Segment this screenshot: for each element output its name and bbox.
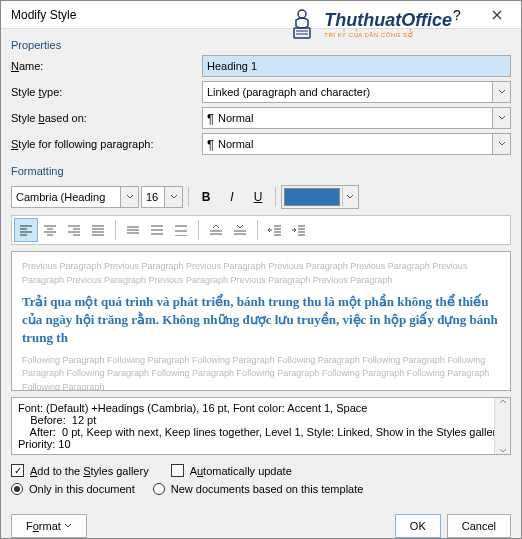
separator: [115, 220, 116, 240]
name-input[interactable]: Heading 1: [202, 55, 511, 77]
ghost-before: Previous Paragraph Previous Paragraph Pr…: [22, 260, 500, 287]
chevron-down-icon: [492, 108, 510, 128]
cancel-button[interactable]: Cancel: [447, 514, 511, 538]
scrollbar[interactable]: [494, 398, 510, 454]
svg-point-0: [298, 10, 306, 18]
preview-pane: Previous Paragraph Previous Paragraph Pr…: [11, 251, 511, 391]
separator: [257, 220, 258, 240]
add-gallery-label: Add to the Styles gallery: [30, 465, 149, 477]
following-label: Style for following paragraph:: [11, 138, 196, 150]
modify-style-dialog: ThuthuatOffice TRI KỶ CỦA DÂN CÔNG SỞ Mo…: [0, 0, 522, 539]
align-left-button[interactable]: [14, 218, 38, 242]
ghost-after: Following Paragraph Following Paragraph …: [22, 354, 500, 391]
following-combo[interactable]: ¶Normal: [202, 133, 511, 155]
chevron-down-icon: [492, 82, 510, 102]
name-label: Name:: [11, 60, 196, 72]
add-gallery-checkbox[interactable]: ✓: [11, 464, 24, 477]
auto-update-label: Automatically update: [190, 465, 292, 477]
chevron-up-icon: [499, 398, 507, 404]
close-icon: [492, 10, 502, 20]
font-size-combo[interactable]: 16: [141, 186, 183, 208]
logo-icon: [284, 6, 320, 42]
space-before-inc-button[interactable]: [204, 218, 228, 242]
line-spacing-icon: [174, 224, 188, 236]
logo-brand: ThuthuatOffice: [324, 10, 452, 31]
ok-button[interactable]: OK: [395, 514, 441, 538]
align-right-icon: [67, 224, 81, 236]
only-doc-label: Only in this document: [29, 483, 135, 495]
indent-dec-button[interactable]: [263, 218, 287, 242]
only-doc-radio[interactable]: [11, 483, 23, 495]
align-justify-button[interactable]: [86, 218, 110, 242]
format-button[interactable]: Format: [11, 514, 87, 538]
separator: [188, 187, 189, 207]
based-on-combo[interactable]: ¶Normal: [202, 107, 511, 129]
chevron-down-icon: [342, 187, 356, 207]
align-left-icon: [19, 224, 33, 236]
pilcrow-icon: ¶: [207, 137, 214, 152]
pilcrow-icon: ¶: [207, 111, 214, 126]
svg-rect-1: [294, 28, 310, 38]
desc-line: Font: (Default) +Headings (Cambria), 16 …: [18, 402, 504, 414]
indent-inc-button[interactable]: [287, 218, 311, 242]
sample-text: Trải qua một quá trình và phát triển, bá…: [22, 293, 500, 348]
font-color-picker[interactable]: [281, 185, 359, 209]
logo-tagline: TRI KỶ CỦA DÂN CÔNG SỞ: [324, 31, 452, 38]
spacing-1.5-button[interactable]: [145, 218, 169, 242]
chevron-down-icon: [499, 448, 507, 454]
para-space-icon: [209, 224, 223, 236]
align-center-icon: [43, 224, 57, 236]
underline-button[interactable]: U: [246, 185, 270, 209]
separator: [275, 187, 276, 207]
space-before-dec-button[interactable]: [228, 218, 252, 242]
font-family-combo[interactable]: Cambria (Heading: [11, 186, 139, 208]
spacing-single-button[interactable]: [121, 218, 145, 242]
color-swatch: [284, 188, 340, 206]
close-button[interactable]: [477, 1, 517, 29]
chevron-down-icon: [64, 523, 72, 529]
align-justify-icon: [91, 224, 105, 236]
outdent-icon: [268, 224, 282, 236]
italic-button[interactable]: I: [220, 185, 244, 209]
formatting-heading: Formatting: [11, 165, 511, 177]
chevron-down-icon: [164, 187, 182, 207]
style-type-label: Style type:: [11, 86, 196, 98]
align-center-button[interactable]: [38, 218, 62, 242]
auto-update-checkbox[interactable]: [171, 464, 184, 477]
indent-icon: [292, 224, 306, 236]
new-docs-radio[interactable]: [153, 483, 165, 495]
based-on-label: Style based on:: [11, 112, 196, 124]
align-right-button[interactable]: [62, 218, 86, 242]
spacing-double-button[interactable]: [169, 218, 193, 242]
chevron-down-icon: [120, 187, 138, 207]
line-spacing-icon: [126, 224, 140, 236]
separator: [198, 220, 199, 240]
watermark-logo: ThuthuatOffice TRI KỶ CỦA DÂN CÔNG SỞ: [284, 6, 452, 42]
style-type-combo[interactable]: Linked (paragraph and character): [202, 81, 511, 103]
para-space-icon: [233, 224, 247, 236]
bold-button[interactable]: B: [194, 185, 218, 209]
desc-line: Before: 12 pt: [18, 414, 504, 426]
chevron-down-icon: [492, 134, 510, 154]
new-docs-label: New documents based on this template: [171, 483, 364, 495]
line-spacing-icon: [150, 224, 164, 236]
style-description: Font: (Default) +Headings (Cambria), 16 …: [11, 397, 511, 455]
desc-line: After: 0 pt, Keep with next, Keep lines …: [18, 426, 504, 450]
